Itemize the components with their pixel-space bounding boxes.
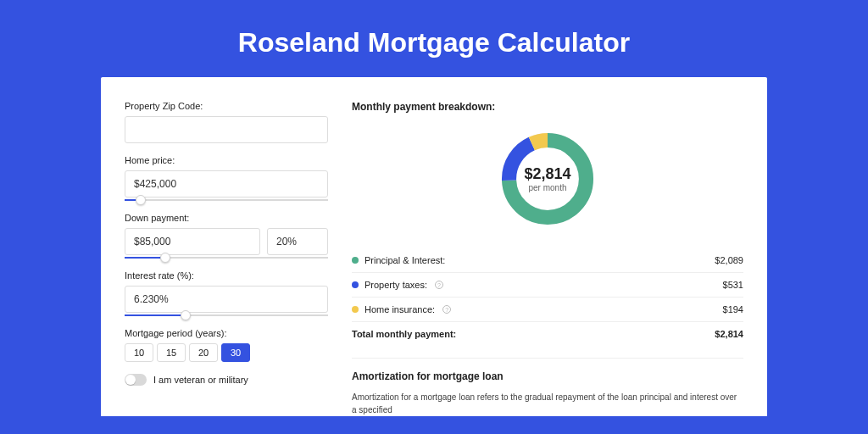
legend-row-2: Home insurance:?$194 (352, 298, 743, 322)
interest-slider-fill (125, 314, 186, 316)
form-column: Property Zip Code: Home price: Down paym… (125, 101, 328, 416)
total-row: Total monthly payment: $2,814 (352, 322, 743, 346)
legend-dot-icon (352, 281, 359, 288)
veteran-toggle[interactable] (125, 374, 147, 386)
help-icon[interactable]: ? (435, 281, 443, 289)
zip-label: Property Zip Code: (125, 101, 328, 111)
down-payment-percent-input[interactable] (267, 228, 328, 255)
home-price-label: Home price: (125, 155, 328, 165)
legend-value: $531 (723, 280, 743, 290)
breakdown-column: Monthly payment breakdown: $2,814 per mo… (352, 101, 743, 416)
home-price-slider-handle[interactable] (136, 195, 146, 205)
down-payment-group: Down payment: (125, 213, 328, 259)
down-payment-label: Down payment: (125, 213, 328, 223)
period-btn-10[interactable]: 10 (125, 343, 153, 362)
veteran-row: I am veteran or military (125, 374, 328, 386)
donut-sub: per month (528, 183, 566, 192)
breakdown-title: Monthly payment breakdown: (352, 101, 743, 113)
legend-dot-icon (352, 306, 359, 313)
legend-label: Home insurance: (364, 304, 435, 314)
page-title: Roseland Mortgage Calculator (0, 0, 868, 77)
donut-amount: $2,814 (524, 165, 570, 183)
down-payment-amount-input[interactable] (125, 228, 260, 255)
home-price-group: Home price: (125, 155, 328, 201)
period-btn-15[interactable]: 15 (157, 343, 186, 362)
legend-row-0: Principal & Interest:$2,089 (352, 248, 743, 273)
period-btn-20[interactable]: 20 (189, 343, 218, 362)
amortization-text: Amortization for a mortgage loan refers … (352, 391, 743, 416)
period-label: Mortgage period (years): (125, 328, 328, 338)
amortization-title: Amortization for mortgage loan (352, 370, 743, 382)
total-value: $2,814 (715, 329, 743, 339)
calculator-panel: Property Zip Code: Home price: Down paym… (101, 77, 767, 416)
total-label: Total monthly payment: (352, 329, 456, 339)
interest-group: Interest rate (%): (125, 270, 328, 316)
down-payment-slider-fill (125, 257, 165, 259)
donut-chart: $2,814 per month (497, 128, 598, 230)
interest-slider-handle[interactable] (181, 310, 191, 320)
legend-row-1: Property taxes:?$531 (352, 273, 743, 298)
period-group: Mortgage period (years): 10152030 (125, 328, 328, 362)
help-icon[interactable]: ? (442, 305, 451, 314)
donut-chart-wrap: $2,814 per month (352, 128, 743, 230)
home-price-input[interactable] (125, 170, 328, 198)
interest-label: Interest rate (%): (125, 270, 328, 281)
interest-input[interactable] (125, 286, 328, 313)
zip-group: Property Zip Code: (125, 101, 328, 143)
down-payment-slider[interactable] (125, 257, 328, 259)
veteran-label: I am veteran or military (153, 375, 248, 385)
legend-label: Property taxes: (364, 280, 427, 290)
period-btn-30[interactable]: 30 (221, 343, 250, 362)
amortization-block: Amortization for mortgage loan Amortizat… (352, 358, 743, 416)
down-payment-slider-handle[interactable] (160, 253, 170, 263)
legend-value: $194 (723, 304, 743, 314)
home-price-slider[interactable] (125, 199, 328, 201)
legend-dot-icon (352, 257, 359, 264)
legend-value: $2,089 (715, 255, 743, 265)
interest-slider[interactable] (125, 314, 328, 316)
zip-input[interactable] (125, 116, 328, 143)
legend-label: Principal & Interest: (364, 255, 445, 265)
veteran-toggle-knob (125, 375, 136, 385)
donut-center: $2,814 per month (497, 128, 598, 230)
